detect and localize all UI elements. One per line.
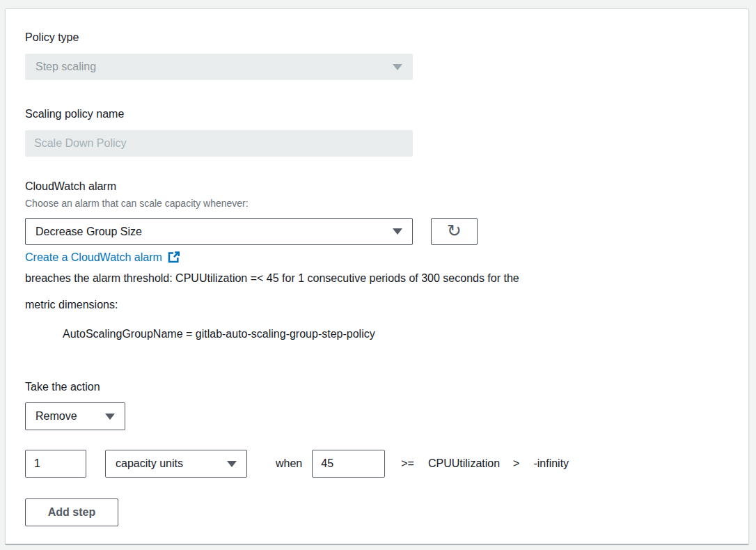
alarm-select[interactable]: Decrease Group Size bbox=[25, 218, 413, 245]
alarm-breach-description: breaches the alarm threshold: CPUUtiliza… bbox=[25, 265, 546, 318]
alarm-select-row: Decrease Group Size ↻ bbox=[25, 218, 729, 245]
lower-comparator-label: > bbox=[513, 457, 519, 470]
caret-down-icon bbox=[105, 414, 115, 420]
step-adjustment-row: capacity units when >= CPUUtilization > … bbox=[25, 450, 729, 478]
cloudwatch-alarm-description: Choose an alarm that can scale capacity … bbox=[25, 198, 729, 209]
refresh-icon: ↻ bbox=[447, 222, 462, 239]
policy-type-selected-value: Step scaling bbox=[36, 61, 96, 73]
caret-down-icon bbox=[393, 228, 402, 235]
action-type-select[interactable]: Remove bbox=[25, 402, 125, 430]
refresh-alarms-button[interactable]: ↻ bbox=[431, 218, 478, 245]
metric-name-label: CPUUtilization bbox=[428, 457, 500, 470]
step-unit-selected-value: capacity units bbox=[116, 457, 183, 470]
step-scaling-policy-card: Policy type Step scaling Scaling policy … bbox=[5, 8, 749, 544]
alarm-metric-dimension: AutoScalingGroupName = gitlab-auto-scali… bbox=[25, 321, 729, 347]
cloudwatch-alarm-label: CloudWatch alarm bbox=[25, 180, 729, 193]
step-upper-bound-input[interactable] bbox=[312, 450, 385, 478]
when-label: when bbox=[276, 457, 302, 470]
policy-name-field: Scaling policy name bbox=[25, 107, 729, 157]
lower-bound-label: -infinity bbox=[533, 457, 569, 470]
step-amount-input[interactable] bbox=[25, 450, 86, 478]
take-action-label: Take the action bbox=[25, 380, 729, 393]
policy-name-label: Scaling policy name bbox=[25, 107, 729, 120]
alarm-selected-value: Decrease Group Size bbox=[36, 226, 142, 238]
caret-down-icon bbox=[227, 461, 237, 467]
policy-type-field: Policy type Step scaling bbox=[25, 31, 729, 80]
add-step-button[interactable]: Add step bbox=[25, 498, 118, 526]
create-cloudwatch-alarm-link[interactable]: Create a CloudWatch alarm bbox=[25, 251, 180, 264]
policy-name-input bbox=[25, 130, 413, 157]
external-link-icon bbox=[167, 251, 180, 264]
create-cloudwatch-alarm-link-label: Create a CloudWatch alarm bbox=[25, 251, 162, 264]
step-unit-select[interactable]: capacity units bbox=[105, 450, 247, 478]
take-action-field: Take the action Remove capacity units wh… bbox=[25, 380, 729, 526]
policy-type-label: Policy type bbox=[25, 31, 729, 44]
action-type-selected-value: Remove bbox=[36, 410, 77, 423]
policy-type-select: Step scaling bbox=[25, 54, 413, 80]
cloudwatch-alarm-field: CloudWatch alarm Choose an alarm that ca… bbox=[25, 180, 729, 347]
caret-down-icon bbox=[393, 64, 402, 70]
upper-comparator-label: >= bbox=[401, 457, 414, 470]
